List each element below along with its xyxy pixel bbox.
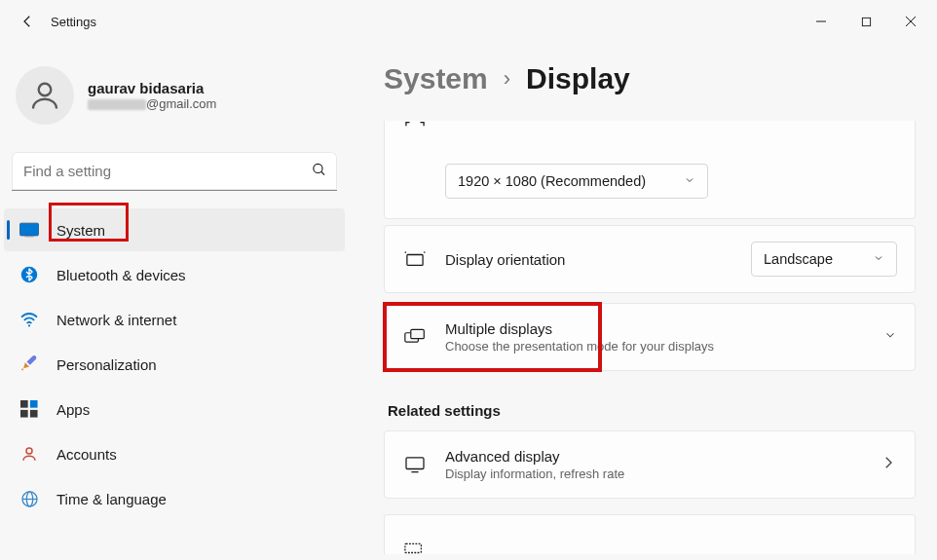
- window-title: Settings: [51, 15, 96, 29]
- orientation-icon: [402, 250, 428, 268]
- chevron-down-icon: [883, 328, 897, 346]
- advanced-display-sub: Display information, refresh rate: [445, 467, 624, 481]
- personalization-icon: [19, 355, 39, 374]
- multiple-displays-icon: [402, 328, 428, 346]
- chevron-down-icon: [873, 251, 884, 267]
- back-button[interactable]: [8, 2, 47, 41]
- apps-icon: [19, 399, 39, 419]
- page-title: Display: [526, 62, 630, 95]
- orientation-dropdown[interactable]: Landscape: [751, 242, 897, 277]
- svg-point-5: [314, 164, 322, 172]
- multiple-displays-sub: Choose the presentation mode for your di…: [445, 339, 714, 354]
- svg-rect-24: [405, 543, 422, 552]
- graphics-card-partial[interactable]: [384, 514, 916, 554]
- search-icon: [311, 162, 327, 182]
- bluetooth-icon: [19, 265, 39, 284]
- svg-rect-12: [30, 400, 38, 408]
- sidebar-item-label: Apps: [56, 401, 90, 418]
- resolution-dropdown[interactable]: 1920 × 1080 (Recommended): [445, 164, 708, 199]
- graphics-icon: [402, 541, 428, 554]
- sidebar-item-apps[interactable]: Apps: [4, 388, 345, 430]
- sidebar-item-time-language[interactable]: Time & language: [4, 477, 345, 520]
- multiple-displays-card[interactable]: Multiple displays Choose the presentatio…: [384, 303, 916, 371]
- advanced-display-card[interactable]: Advanced display Display information, re…: [384, 430, 916, 499]
- resolution-icon: [402, 121, 428, 134]
- system-icon: [19, 220, 39, 240]
- accounts-icon: [19, 444, 39, 464]
- orientation-label: Display orientation: [445, 251, 565, 268]
- sidebar-item-personalization[interactable]: Personalization: [4, 343, 345, 386]
- svg-rect-19: [407, 255, 423, 266]
- multiple-displays-title: Multiple displays: [445, 320, 714, 337]
- search-input[interactable]: [12, 152, 337, 191]
- related-settings-heading: Related settings: [388, 402, 916, 419]
- sidebar-item-label: Network & internet: [56, 312, 176, 328]
- svg-rect-21: [411, 329, 425, 338]
- advanced-display-title: Advanced display: [445, 448, 624, 465]
- sidebar-item-network[interactable]: Network & internet: [4, 298, 345, 341]
- sidebar-item-label: System: [56, 222, 105, 239]
- sidebar-item-label: Bluetooth & devices: [56, 267, 186, 283]
- sidebar-item-bluetooth[interactable]: Bluetooth & devices: [4, 253, 345, 296]
- search-box[interactable]: [12, 152, 337, 191]
- orientation-card: Display orientation Landscape: [384, 225, 916, 293]
- sidebar-item-label: Personalization: [56, 356, 157, 373]
- chevron-right-icon: [880, 454, 897, 475]
- svg-rect-22: [406, 458, 424, 469]
- svg-rect-14: [30, 410, 38, 418]
- resolution-card: 1920 × 1080 (Recommended): [384, 121, 916, 219]
- maximize-button[interactable]: [843, 6, 888, 37]
- avatar: [16, 66, 74, 125]
- svg-rect-1: [862, 18, 870, 25]
- svg-rect-7: [19, 223, 38, 236]
- sidebar-item-label: Time & language: [56, 491, 167, 507]
- globe-icon: [19, 489, 39, 508]
- svg-line-6: [321, 171, 324, 174]
- sidebar-item-accounts[interactable]: Accounts: [4, 432, 345, 475]
- wifi-icon: [19, 310, 39, 329]
- monitor-icon: [402, 456, 428, 473]
- svg-point-10: [28, 324, 30, 326]
- profile-block[interactable]: gaurav bidasaria @gmail.com: [4, 43, 345, 148]
- chevron-down-icon: [684, 173, 695, 189]
- svg-rect-11: [20, 400, 28, 408]
- minimize-button[interactable]: [799, 6, 843, 37]
- close-button[interactable]: [888, 6, 933, 37]
- sidebar-item-system[interactable]: System: [4, 208, 345, 251]
- chevron-right-icon: ›: [504, 66, 510, 92]
- profile-email: @gmail.com: [88, 96, 216, 111]
- sidebar-item-label: Accounts: [56, 446, 117, 463]
- svg-rect-13: [20, 410, 28, 418]
- profile-name: gaurav bidasaria: [88, 80, 216, 96]
- svg-point-15: [26, 448, 32, 454]
- svg-point-4: [39, 84, 52, 96]
- svg-rect-8: [24, 236, 33, 237]
- breadcrumb-parent[interactable]: System: [384, 62, 488, 95]
- breadcrumb: System › Display: [384, 62, 916, 95]
